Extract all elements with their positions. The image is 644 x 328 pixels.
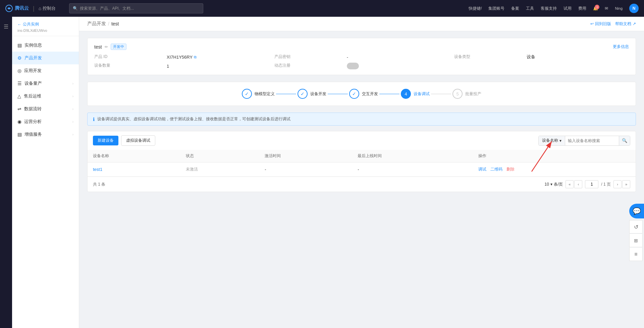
instance-id: ins-D9LXdEUWvo (17, 28, 73, 32)
step-item-4[interactable]: 4 设备调试 (401, 89, 430, 99)
sidebar-item-device-mass[interactable]: ☰ 设备量产 › (12, 77, 79, 90)
icp-action[interactable]: 备案 (511, 6, 519, 11)
avatar[interactable]: N (629, 4, 639, 13)
info-banner: ℹ 设备调试提供真实、虚拟设备调试功能，便于测试设备上报、接收数据是否正常，可创… (87, 113, 636, 126)
step-circle-1: ✓ (242, 89, 252, 99)
notification-action[interactable]: 🔔 1 (593, 6, 598, 11)
step-item-5[interactable]: 5 批量投产 (452, 89, 481, 99)
trial-action[interactable]: 试用 (564, 6, 572, 11)
dynamic-register-value (347, 63, 449, 69)
sidebar-item-ops-analysis[interactable]: ◉ 运营分析 › (12, 115, 79, 128)
sidebar-item-data-flow[interactable]: ⇌ 数据流转 › (12, 103, 79, 115)
page-first-button[interactable]: « (566, 180, 574, 188)
cell-last-online: - (352, 162, 473, 177)
more-info-link[interactable]: 更多信息 (613, 44, 629, 50)
action-links: 调试 二维码 删除 (478, 167, 630, 172)
debug-link[interactable]: 调试 (478, 167, 486, 172)
back-arrow-icon: ← (17, 22, 21, 27)
search-filter: 设备名称 ▾ 🔍 (538, 136, 630, 146)
step-circle-2: ✓ (298, 89, 308, 99)
settings-icon: ⚙ (17, 55, 22, 61)
cell-status: 未激活 (180, 162, 259, 177)
qrcode-link[interactable]: 二维码 (490, 167, 502, 172)
logo[interactable]: 腾讯云 (5, 5, 29, 12)
step-item-2[interactable]: ✓ 设备开发 (298, 89, 326, 99)
copy-icon[interactable]: ⧉ (194, 55, 197, 59)
check-icon-3: ✓ (352, 91, 356, 96)
step-label-4: 设备调试 (414, 91, 430, 97)
chat-float-button[interactable]: 💬 (629, 204, 644, 218)
collapse-icon[interactable]: ☰ (4, 23, 8, 30)
page-prev-button[interactable]: ‹ (574, 180, 582, 188)
search-select-label[interactable]: 设备名称 ▾ (539, 136, 565, 145)
toggle-switch[interactable] (347, 63, 359, 69)
logo-text: 腾讯云 (15, 5, 29, 11)
back-to-list[interactable]: ← 公共实例 (17, 21, 73, 27)
steps-container: ✓ 物模型定义 ✓ 设备开发 (87, 82, 636, 106)
per-page-select[interactable]: 10 ▾ 条/页 (545, 182, 563, 187)
step-item-1[interactable]: ✓ 物模型定义 (242, 89, 275, 99)
refresh-float-button[interactable]: ↺ (629, 220, 643, 234)
main-layout: ☰ ← 公共实例 ins-D9LXdEUWvo ▤ 实例信息 ⚙ 产品开发 ◎ … (0, 17, 644, 328)
sidebar-menu: ▤ 实例信息 ⚙ 产品开发 ◎ 应用开发 ☰ 设备量产 › △ 售后运维 › (12, 36, 79, 143)
sidebar-item-app-dev[interactable]: ◎ 应用开发 (12, 64, 79, 77)
console-label[interactable]: ⌂ 控制台 (39, 5, 56, 11)
search-button[interactable]: 🔍 (619, 136, 630, 145)
search-icon-btn: 🔍 (622, 138, 627, 143)
breadcrumb-parent[interactable]: 产品开发 (87, 21, 106, 27)
group-account-action[interactable]: 集团账号 (488, 6, 504, 11)
rollback-icon: ↩ (590, 21, 594, 26)
page-last-button[interactable]: » (622, 180, 630, 188)
breadcrumb-current: test (111, 21, 119, 26)
device-type-value: 设备 (527, 54, 629, 60)
delete-link[interactable]: 删除 (506, 167, 515, 172)
help-button[interactable]: 帮助文档 ↗ (615, 21, 636, 27)
card-title: test ✏ 开发中 (94, 44, 126, 50)
card-title-row: test ✏ 开发中 更多信息 (94, 44, 629, 50)
status-badge: 开发中 (111, 44, 126, 50)
page-content: test ✏ 开发中 更多信息 产品 ID XI7H1Y56RY ⧉ 产品密钥 … (79, 31, 644, 328)
device-name-link[interactable]: test1 (93, 167, 102, 172)
page-header: 产品开发 / test ↩ 回到旧版 帮助文档 ↗ (79, 17, 644, 31)
check-icon-2: ✓ (301, 91, 305, 96)
sidebar-item-instance-info[interactable]: ▤ 实例信息 (12, 39, 79, 52)
user-name: Ning (615, 6, 623, 10)
page-next-button[interactable]: › (613, 180, 622, 188)
global-search[interactable]: 🔍 搜索资源、产品、API、文档... (69, 3, 203, 13)
step-circle-3: ✓ (349, 89, 359, 99)
sidebar-item-value-service[interactable]: ▤ 增值服务 › (12, 128, 79, 141)
table-body: test1 未激活 - - 调试 二维码 删除 (88, 162, 636, 177)
chevron-down-icon-5: › (72, 133, 73, 136)
grid-icon: ▤ (17, 43, 22, 48)
page-number-input[interactable] (585, 180, 598, 188)
support-action[interactable]: 客服支持 (541, 6, 557, 11)
info-icon: ℹ (93, 117, 95, 122)
menu-float-button[interactable]: ≡ (629, 248, 643, 261)
device-count-value: 1 (167, 63, 269, 69)
messages-action[interactable]: ✉ (605, 6, 608, 11)
shortcut-action[interactable]: 快捷键/ (469, 6, 482, 11)
col-last-online: 最后上线时间 (352, 150, 473, 162)
sidebar-item-after-sale[interactable]: △ 售后运维 › (12, 90, 79, 103)
edit-icon[interactable]: ✏ (105, 45, 108, 49)
page-header-actions: ↩ 回到旧版 帮助文档 ↗ (590, 21, 636, 27)
user-action[interactable]: Ning (615, 6, 623, 10)
step-circle-4: 4 (401, 89, 411, 99)
check-icon-1: ✓ (245, 91, 249, 96)
product-key-label: 产品密钥 (274, 54, 341, 60)
billing-action[interactable]: 费用 (578, 6, 586, 11)
rollback-button[interactable]: ↩ 回到旧版 (590, 21, 611, 27)
sidebar-collapse-strip: ☰ (0, 17, 12, 328)
new-device-button[interactable]: 新建设备 (93, 136, 118, 145)
external-link-icon: ↗ (633, 21, 636, 26)
tools-action[interactable]: 工具 (526, 6, 534, 11)
grid-float-button[interactable]: ⊞ (629, 234, 643, 247)
chevron-down-icon-3: › (72, 107, 73, 111)
float-actions: 💬 ↺ ⊞ ≡ (629, 204, 644, 261)
virtual-debug-button[interactable]: 虚拟设备调试 (121, 135, 155, 146)
step-item-3[interactable]: ✓ 交互开发 (349, 89, 378, 99)
search-input[interactable] (565, 136, 619, 145)
device-type-label: 设备类型 (454, 54, 521, 60)
col-device-name: 设备名称 (88, 150, 180, 162)
sidebar-item-product-dev[interactable]: ⚙ 产品开发 (12, 52, 79, 64)
